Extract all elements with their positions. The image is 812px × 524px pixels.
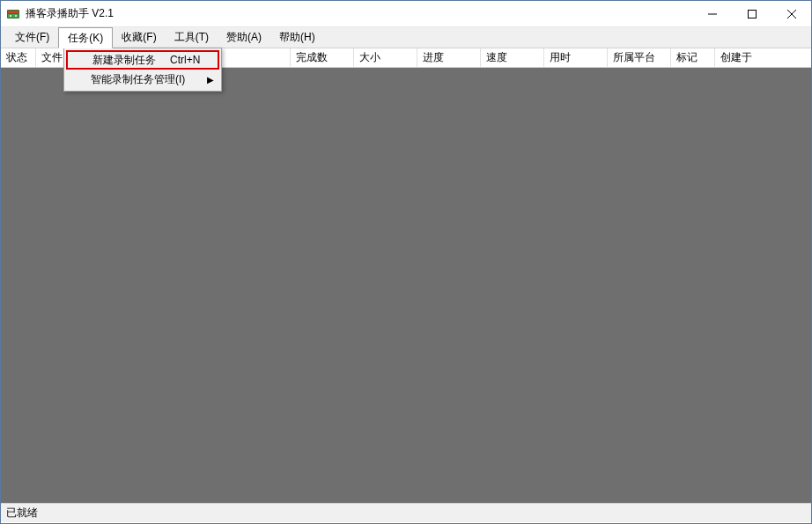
menu-help[interactable]: 帮助(H) <box>270 27 324 48</box>
titlebar: 播客录播助手 V2.1 <box>1 1 811 27</box>
col-size[interactable]: 大小 <box>354 48 417 67</box>
close-button[interactable] <box>771 1 811 26</box>
col-platform[interactable]: 所属平台 <box>608 48 671 67</box>
menu-new-record-task[interactable]: 新建录制任务 Ctrl+N <box>66 50 219 70</box>
col-tag[interactable]: 标记 <box>671 48 715 67</box>
col-time[interactable]: 用时 <box>544 48 608 67</box>
col-completed[interactable]: 完成数 <box>291 48 354 67</box>
menu-tools[interactable]: 工具(T) <box>166 27 218 48</box>
maximize-button[interactable] <box>732 1 771 26</box>
col-created[interactable]: 创建于 <box>715 48 768 67</box>
dropdown-item-shortcut: Ctrl+N <box>156 54 200 66</box>
col-speed[interactable]: 速度 <box>481 48 544 67</box>
app-icon <box>6 7 20 21</box>
menubar: 文件(F) 任务(K) 收藏(F) 工具(T) 赞助(A) 帮助(H) 新建录制… <box>1 27 811 48</box>
window-title: 播客录播助手 V2.1 <box>26 6 692 21</box>
col-progress[interactable]: 进度 <box>417 48 481 67</box>
content-area <box>1 68 811 503</box>
menu-task[interactable]: 任务(K) <box>58 27 113 48</box>
status-text: 已就绪 <box>6 506 38 520</box>
task-dropdown: 新建录制任务 Ctrl+N 智能录制任务管理(I) ▶ <box>63 48 222 92</box>
window-controls <box>692 1 811 26</box>
menu-file[interactable]: 文件(F) <box>6 27 58 48</box>
svg-rect-1 <box>8 11 18 13</box>
dropdown-item-label: 智能录制任务管理(I) <box>91 72 185 87</box>
dropdown-item-label: 新建录制任务 <box>92 53 156 68</box>
minimize-button[interactable] <box>692 1 732 26</box>
svg-rect-2 <box>8 14 18 18</box>
statusbar: 已就绪 <box>1 503 811 522</box>
menu-smart-record-task-manage[interactable]: 智能录制任务管理(I) ▶ <box>66 70 219 89</box>
col-status[interactable]: 状态 <box>1 48 36 67</box>
menu-sponsor[interactable]: 赞助(A) <box>218 27 270 48</box>
svg-point-3 <box>10 15 11 17</box>
menu-favorites[interactable]: 收藏(F) <box>113 27 165 48</box>
svg-point-4 <box>15 15 17 17</box>
chevron-right-icon: ▶ <box>207 75 214 85</box>
svg-rect-6 <box>748 10 756 18</box>
